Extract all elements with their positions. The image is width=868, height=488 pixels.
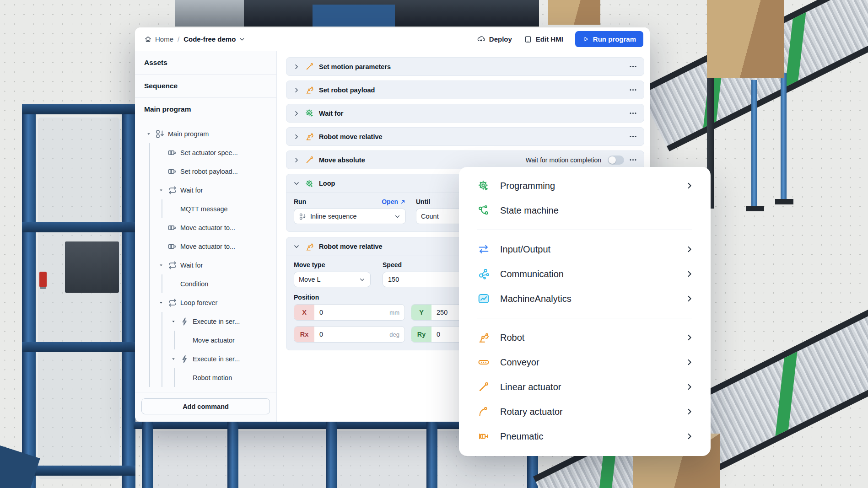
chevron-right-icon[interactable] [293, 63, 300, 70]
tree-guide-line [149, 181, 150, 199]
command-row-label: Robot move relative [319, 133, 383, 140]
axis-unit: deg [389, 327, 404, 342]
tree-item-set-robot-payload[interactable]: Set robot payload... [135, 162, 276, 181]
sidebar-section-assets[interactable]: Assets [135, 51, 276, 75]
row-menu-icon[interactable] [629, 62, 637, 71]
breadcrumb-current[interactable]: Code-free demo [183, 35, 245, 43]
menu-item-label: Rotary actuator [500, 407, 563, 417]
row-menu-icon[interactable] [629, 86, 637, 94]
tree-guide-line [149, 349, 150, 368]
window-header: Home / Code-free demo Deploy Edit HMI Ru… [135, 27, 650, 51]
pneumatic-icon [477, 430, 490, 443]
edit-hmi-button[interactable]: Edit HMI [524, 35, 563, 43]
tree-item-move-actuator-to[interactable]: Move actuator to... [135, 237, 276, 256]
menu-item-machineanalytics[interactable]: MachineAnalytics [459, 286, 711, 311]
tree-item-loop-forever[interactable]: Loop forever [135, 293, 276, 312]
tree-item-wait-for[interactable]: Wait for [135, 181, 276, 199]
tree-item-mqtt-message[interactable]: MQTT message [135, 199, 276, 218]
caret-down-icon[interactable] [158, 300, 167, 306]
caret-down-icon[interactable] [171, 356, 180, 362]
caret-down-icon[interactable] [146, 131, 155, 137]
tree-item-main-program[interactable]: Main program [135, 124, 276, 143]
robot-icon [305, 242, 314, 252]
open-sequence-link[interactable]: Open [382, 198, 406, 205]
chevron-right-icon[interactable] [293, 156, 300, 164]
chevron-right-icon[interactable] [293, 110, 300, 117]
menu-item-label: State machine [500, 205, 559, 216]
run-program-button[interactable]: Run program [575, 31, 643, 47]
caret-down-icon[interactable] [158, 263, 167, 268]
command-row-move-absolute[interactable]: Move absoluteWait for motion completion [286, 150, 644, 169]
chevron-down-icon [239, 36, 245, 43]
axis-value: 0 [314, 327, 389, 342]
command-row-set-robot-payload[interactable]: Set robot payload [286, 80, 644, 99]
sidebar-section-sequence[interactable]: Sequence [135, 75, 276, 98]
tree-item-label: Wait for [180, 262, 203, 269]
run-sequence-select[interactable]: Inline sequence [294, 209, 406, 224]
tree-item-wait-for[interactable]: Wait for [135, 256, 276, 274]
chevron-right-icon[interactable] [293, 133, 300, 140]
menu-item-linear-actuator[interactable]: Linear actuator [459, 375, 711, 399]
add-command-button[interactable]: Add command [141, 398, 270, 414]
tree-item-move-actuator-to[interactable]: Move actuator to... [135, 218, 276, 237]
tree-item-label: Set actuator spee... [180, 149, 238, 156]
chevron-right-icon [685, 181, 694, 190]
tree-item-condition[interactable]: Condition [135, 274, 276, 293]
tree-item-execute-in-ser[interactable]: Execute in ser... [135, 312, 276, 331]
deploy-button[interactable]: Deploy [477, 35, 512, 43]
tree-item-move-actuator[interactable]: Move actuator [135, 331, 276, 349]
tree-item-robot-motion[interactable]: Robot motion [135, 368, 276, 387]
menu-item-communication[interactable]: Communication [459, 262, 711, 286]
chevron-right-icon [685, 407, 694, 416]
menu-item-pneumatic[interactable]: Pneumatic [459, 424, 711, 449]
row-menu-icon[interactable] [629, 156, 637, 164]
command-row-set-motion-parameters[interactable]: Set motion parameters [286, 57, 644, 76]
cloud-deploy-icon [477, 35, 485, 43]
chevron-right-icon [685, 245, 694, 254]
motor-icon [167, 241, 178, 252]
caret-slot [158, 244, 167, 249]
caret-down-icon[interactable] [158, 188, 167, 193]
move-type-select[interactable]: Move L [294, 272, 371, 287]
state-machine-icon [477, 204, 490, 217]
command-row-wait-for[interactable]: Wait for [286, 104, 644, 123]
command-row-robot-move-relative[interactable]: Robot move relative [286, 127, 644, 146]
menu-item-robot[interactable]: Robot [459, 325, 711, 350]
linear-actuator-icon [477, 381, 490, 393]
sidebar-section-main-program[interactable]: Main program [135, 98, 276, 121]
row-menu-icon[interactable] [629, 109, 637, 118]
axis-prefix: Ry [411, 327, 431, 342]
tree-item-set-actuator-spee[interactable]: Set actuator spee... [135, 143, 276, 162]
tree-item-execute-in-ser[interactable]: Execute in ser... [135, 349, 276, 368]
gear-play-icon [477, 179, 490, 192]
menu-item-input-output[interactable]: Input/Output [459, 237, 711, 262]
menu-item-rotary-actuator[interactable]: Rotary actuator [459, 399, 711, 424]
tree-guide-line [162, 312, 162, 331]
menu-item-label: Input/Output [500, 244, 550, 255]
tree-item-label: MQTT message [180, 205, 228, 213]
menu-item-conveyor[interactable]: Conveyor [459, 350, 711, 375]
tree-guide-line [149, 274, 150, 293]
network-icon [477, 268, 490, 280]
menu-item-state-machine[interactable]: State machine [459, 198, 711, 223]
machinery-top [175, 0, 539, 27]
position-field-x[interactable]: X0mm [294, 304, 405, 321]
menu-item-programming[interactable]: Programming [459, 173, 711, 198]
screen-icon [524, 35, 532, 43]
tree-item-label: Wait for [180, 187, 203, 194]
tree-guide-line [149, 237, 150, 256]
caret-down-icon[interactable] [171, 319, 180, 324]
tree-guide-line [162, 331, 162, 349]
sequence-icon [299, 213, 307, 220]
red-valve [39, 272, 47, 287]
tree-item-label: Move actuator to... [180, 243, 235, 250]
tree-item-label: Condition [180, 280, 208, 288]
tree-guide-line [149, 293, 150, 312]
tree-item-label: Move actuator to... [180, 224, 235, 231]
position-field-rx[interactable]: Rx0deg [294, 326, 405, 343]
breadcrumb-home[interactable]: Home [144, 35, 173, 43]
wait-for-motion-completion-toggle[interactable] [608, 156, 624, 165]
row-menu-icon[interactable] [629, 132, 637, 141]
chevron-right-icon[interactable] [293, 86, 300, 94]
move-type-label: Move type [294, 261, 371, 268]
